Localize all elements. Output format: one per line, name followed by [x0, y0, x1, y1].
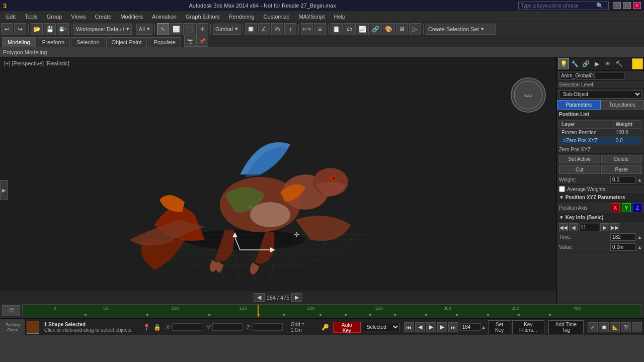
- cut-button[interactable]: Cut: [559, 165, 600, 174]
- key-next-next-button[interactable]: ▶▶: [610, 223, 619, 231]
- coord-x-input[interactable]: [172, 323, 202, 331]
- menu-rendering[interactable]: Rendering: [225, 13, 259, 21]
- mirror-button[interactable]: ⟺: [301, 23, 313, 35]
- coord-y-input[interactable]: [212, 323, 243, 331]
- filter-dropdown[interactable]: All ▾: [136, 24, 152, 35]
- axis-x-button[interactable]: X: [611, 203, 620, 212]
- add-time-tag-button[interactable]: Add Time Tag: [548, 320, 584, 334]
- status-icon-1[interactable]: ⤢: [588, 322, 598, 332]
- menu-graph-editors[interactable]: Graph Editors: [182, 13, 224, 21]
- set-active-button[interactable]: Set Active: [559, 155, 600, 163]
- ribbon-pin-toggle[interactable]: 📌: [196, 35, 208, 47]
- key-number-input[interactable]: 11: [579, 224, 599, 231]
- viewport-nav-cube[interactable]: NAV: [511, 77, 546, 113]
- menu-tools[interactable]: Tools: [21, 13, 42, 21]
- menu-maxscript[interactable]: MAXScript: [295, 13, 329, 21]
- maximize-button[interactable]: □: [623, 2, 631, 9]
- track-view-button[interactable]: 📈: [357, 23, 369, 35]
- tab-freeform[interactable]: Freeform: [37, 37, 70, 47]
- angle-snap-button[interactable]: ∠: [258, 23, 270, 35]
- rpanel-display2-icon[interactable]: 👁: [602, 58, 613, 69]
- key-prev-prev-button[interactable]: ◀◀: [559, 223, 568, 231]
- viewport-next-button[interactable]: ▶: [291, 293, 302, 302]
- key-value-input[interactable]: [610, 243, 635, 251]
- parameters-tab[interactable]: Parameters: [557, 100, 601, 110]
- tab-modeling[interactable]: Modeling: [2, 37, 36, 47]
- status-icon-3[interactable]: 📐: [610, 322, 620, 332]
- menu-create[interactable]: Create: [91, 13, 115, 21]
- prompt-lock-icon[interactable]: 📍: [142, 324, 151, 331]
- weight-spinner-up[interactable]: ▲: [637, 177, 642, 183]
- tab-populate[interactable]: Populate: [148, 37, 181, 47]
- timeline-ruler[interactable]: 0 50 100 150 200 250 300 350 400: [22, 304, 642, 317]
- lock-icon[interactable]: 🔒: [152, 324, 162, 331]
- time-spinner[interactable]: ▲: [637, 235, 642, 240]
- table-row[interactable]: ->Zero Pos XYZ 0.0: [559, 137, 642, 145]
- minimize-button[interactable]: −: [613, 2, 621, 9]
- tab-object-paint[interactable]: Object Paint: [106, 37, 147, 47]
- axis-z-button[interactable]: Z: [633, 203, 642, 212]
- gimbal-dropdown[interactable]: Gimbal ▾: [213, 24, 240, 35]
- menu-group[interactable]: Group: [43, 13, 66, 21]
- set-key-button[interactable]: Set Key: [488, 320, 511, 334]
- select-button[interactable]: ↖: [157, 23, 169, 35]
- render-button[interactable]: ▷: [409, 23, 421, 35]
- rpanel-display-icon[interactable]: 💡: [558, 58, 569, 69]
- search-input[interactable]: [521, 3, 596, 9]
- rpanel-utilities-icon[interactable]: 🔨: [613, 58, 624, 69]
- undo-button[interactable]: ↩: [1, 23, 13, 35]
- redo-button[interactable]: ↪: [14, 23, 26, 35]
- spinner-snap-button[interactable]: ↕: [284, 23, 296, 35]
- rpanel-modify-icon[interactable]: 🔧: [569, 58, 580, 69]
- select-move-button[interactable]: ✛: [196, 23, 208, 35]
- paste-button[interactable]: Paste: [601, 165, 642, 174]
- anim-mode-dropdown[interactable]: Selected: [363, 323, 400, 331]
- sub-object-dropdown[interactable]: Sub-Object: [559, 90, 642, 99]
- delete-button[interactable]: Delete: [601, 155, 642, 163]
- layer-manager-button[interactable]: 📋: [331, 23, 343, 35]
- key-prev-button[interactable]: ◀: [569, 223, 578, 231]
- key-time-input[interactable]: [610, 233, 635, 241]
- close-button[interactable]: ✕: [633, 2, 641, 9]
- menu-edit[interactable]: Edit: [2, 13, 20, 21]
- select-region-button[interactable]: ⬜: [170, 23, 182, 35]
- material-editor-button[interactable]: 🎨: [383, 23, 395, 35]
- save-as-button[interactable]: 💾+: [57, 23, 69, 35]
- anim-color-swatch[interactable]: [632, 58, 643, 69]
- search-box[interactable]: 🔍: [518, 2, 609, 10]
- snap-toggle-button[interactable]: 🔲: [245, 23, 257, 35]
- menu-animation[interactable]: Animation: [148, 13, 181, 21]
- menu-help[interactable]: Help: [330, 13, 350, 21]
- table-row[interactable]: Frozen Position 100.0: [559, 129, 642, 137]
- go-to-start-button[interactable]: ⏮: [404, 322, 414, 332]
- menu-customize[interactable]: Customize: [260, 13, 294, 21]
- frame-spinner[interactable]: ▲: [481, 325, 486, 330]
- mini-viewport-button[interactable]: 🎬: [2, 305, 20, 316]
- workspace-dropdown[interactable]: Workspace: Default ▾: [73, 24, 132, 35]
- window-cross-button[interactable]: ⬛: [183, 23, 195, 35]
- anim-name-input[interactable]: [559, 72, 624, 79]
- axis-y-button[interactable]: Y: [622, 203, 631, 212]
- coord-z-input[interactable]: [253, 323, 283, 331]
- align-button[interactable]: ≡: [314, 23, 326, 35]
- ribbon-camera-toggle[interactable]: 📷: [184, 35, 196, 47]
- viewport[interactable]: [+] [Perspective] [Realistic] NAV: [0, 57, 556, 303]
- schematic-view-button[interactable]: 🔗: [370, 23, 382, 35]
- scene-xplorer-button[interactable]: 🗂: [344, 23, 356, 35]
- timeline-expand-button[interactable]: ▶: [0, 180, 8, 200]
- menu-views[interactable]: Views: [67, 13, 90, 21]
- next-frame-button[interactable]: ▶: [437, 322, 447, 332]
- timeline-scrubber[interactable]: [258, 305, 259, 317]
- rpanel-hierarchy-icon[interactable]: 🔗: [580, 58, 591, 69]
- rpanel-motion-icon[interactable]: ▶: [591, 58, 602, 69]
- create-selection-set-dropdown[interactable]: Create Selection Set ▾: [426, 24, 496, 35]
- key-filters-button[interactable]: Key Filters...: [512, 320, 545, 334]
- auto-key-button[interactable]: Auto Key: [333, 322, 361, 333]
- frame-number-input[interactable]: [460, 323, 480, 331]
- play-button[interactable]: ▶: [426, 322, 436, 332]
- trajectories-tab[interactable]: Trajectories: [601, 100, 645, 110]
- value-spinner[interactable]: ▲: [637, 245, 642, 250]
- render-setup-button[interactable]: 🖥: [396, 23, 408, 35]
- viewport-prev-button[interactable]: ◀: [254, 293, 265, 302]
- save-file-button[interactable]: 💾: [44, 23, 56, 35]
